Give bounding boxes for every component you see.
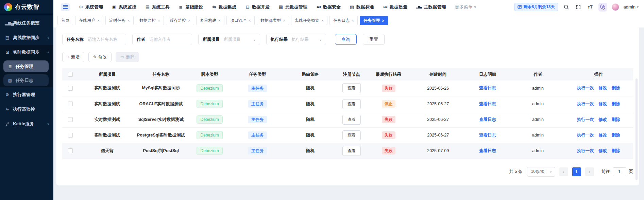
user-menu[interactable]: admin ▾	[624, 4, 639, 10]
result-filter[interactable]: 执行结果 ∨	[266, 34, 326, 45]
view-log-link[interactable]: 查看日志	[479, 86, 496, 90]
row-checkbox[interactable]	[68, 148, 73, 153]
search-button[interactable]: 查询	[335, 34, 357, 45]
run-once-link[interactable]: 执行一次	[577, 148, 594, 153]
top-nav-item[interactable]: ▦ 元数据管理	[278, 4, 307, 10]
table-scrollbar[interactable]	[635, 78, 638, 180]
search-icon[interactable]	[563, 3, 570, 11]
task-name-input[interactable]	[87, 37, 122, 42]
edit-row-link[interactable]: 修改	[598, 102, 607, 106]
table-row[interactable]: 实时数据测试 ORACLE实时数据测试 Debezium 主任务 随机 查看 停…	[62, 96, 633, 112]
tab-close-icon[interactable]: ×	[352, 19, 354, 23]
sidebar-item[interactable]: ⚙ 执行器管理	[0, 87, 53, 102]
view-log-link[interactable]: 查看日志	[479, 133, 496, 138]
page-tab[interactable]: 项目管理 ×	[226, 16, 255, 25]
row-checkbox[interactable]	[68, 86, 73, 91]
reset-button[interactable]: 重置	[363, 34, 385, 45]
table-row[interactable]: 实时数据测试 SqlServer实时数据测试 Debezium 主任务 随机 查…	[62, 112, 633, 127]
view-nodes-button[interactable]: 查看	[342, 146, 361, 156]
table-row[interactable]: 信天翁 PostSql到PostSql Debezium 主任务 随机 查看 失…	[62, 143, 633, 159]
tab-close-icon[interactable]: ×	[249, 19, 251, 23]
next-page-button[interactable]: ›	[585, 167, 594, 176]
goto-page-input[interactable]	[613, 167, 626, 176]
top-nav-item[interactable]: ▨ 数据标准	[350, 4, 374, 10]
view-nodes-button[interactable]: 查看	[342, 115, 361, 125]
prev-page-button[interactable]: ‹	[559, 167, 568, 176]
view-nodes-button[interactable]: 查看	[342, 130, 361, 140]
run-once-link[interactable]: 执行一次	[577, 102, 594, 106]
tab-close-icon[interactable]: ×	[188, 19, 190, 23]
tab-close-icon[interactable]: ×	[158, 19, 160, 23]
delete-row-link[interactable]: 删除	[612, 133, 620, 138]
page-tab[interactable]: 离线任务概览 ×	[291, 16, 327, 25]
top-nav-item[interactable]: ⚙ 系统管理	[79, 4, 103, 10]
view-log-link[interactable]: 查看日志	[479, 102, 496, 106]
project-select[interactable]	[223, 37, 251, 42]
select-all-checkbox[interactable]	[68, 72, 73, 77]
top-nav-item[interactable]: ▣ 系统监控	[112, 4, 136, 10]
top-nav-item[interactable]: ▤ 系统工具	[145, 4, 170, 10]
delete-button[interactable]: ▭ 删除	[116, 52, 139, 62]
sidebar-collapse-button[interactable]	[61, 3, 70, 11]
page-tab[interactable]: 任务管理 ×	[360, 16, 388, 25]
sidebar-item[interactable]: ⊡ 实时数据同步 ∧	[0, 45, 53, 59]
table-row[interactable]: 实时数据测试 PostgreSql实时数据测试 Debezium 主任务 随机 …	[62, 127, 633, 143]
user-avatar[interactable]	[612, 3, 619, 11]
top-nav-item[interactable]: ⇆ 数据集成	[212, 4, 236, 10]
tab-close-icon[interactable]: ×	[283, 19, 285, 23]
delete-row-link[interactable]: 删除	[612, 86, 620, 90]
page-tab[interactable]: 首页 ×	[57, 16, 73, 25]
sidebar-item[interactable]: ∿ 执行器监控	[0, 102, 53, 116]
page-tab[interactable]: 表单构建 ×	[196, 16, 224, 25]
license-badge[interactable]: 剩余8月剩余13天	[514, 3, 558, 11]
more-menu-button[interactable]: 更多菜单 ∨	[455, 4, 476, 10]
tab-close-icon[interactable]: ×	[382, 19, 384, 23]
fullscreen-icon[interactable]	[575, 3, 582, 11]
author-input[interactable]	[149, 37, 188, 42]
top-nav-item[interactable]: ▂▆▄ 主数据管理	[416, 4, 446, 10]
row-checkbox[interactable]	[68, 133, 73, 138]
view-nodes-button[interactable]: 查看	[342, 83, 361, 93]
tab-close-icon[interactable]: ×	[321, 19, 324, 23]
page-tab[interactable]: 任务日志 ×	[329, 16, 358, 25]
edit-row-link[interactable]: 修改	[598, 86, 607, 90]
text-size-icon[interactable]: тT	[587, 3, 594, 11]
tab-close-icon[interactable]: ×	[128, 19, 130, 23]
table-row[interactable]: 实时数据测试 MySql实时数据同步 Debezium 主任务 随机 查看 失败…	[62, 80, 633, 96]
page-tab[interactable]: 定时任务 ×	[105, 16, 134, 25]
page-tab[interactable]: 缓存监控 ×	[166, 16, 194, 25]
delete-row-link[interactable]: 删除	[612, 102, 620, 106]
tab-close-icon[interactable]: ×	[218, 19, 221, 23]
page-number-button[interactable]: 1	[572, 167, 581, 176]
edit-button[interactable]: ✎ 修改	[88, 52, 112, 62]
top-nav-item[interactable]: 123 数据安全	[316, 4, 341, 10]
sidebar-item[interactable]: ▂▆▄ 离线任务概览	[0, 16, 53, 30]
result-select[interactable]	[291, 37, 317, 42]
view-log-link[interactable]: 查看日志	[479, 117, 496, 122]
row-checkbox[interactable]	[68, 102, 73, 106]
add-button[interactable]: + 新增	[62, 52, 84, 62]
view-log-link[interactable]: 查看日志	[479, 148, 496, 153]
top-nav-item[interactable]: ⊟ 数据开发	[245, 4, 270, 10]
settings-gear-icon[interactable]	[598, 3, 607, 12]
sidebar-item[interactable]: ≣ 任务管理	[0, 59, 53, 73]
sidebar-item[interactable]: ▨ 任务日志	[0, 73, 53, 87]
page-size-select[interactable]: 10条/页 ∨	[527, 167, 555, 177]
sidebar-item[interactable]: ⤢ Kettle服务 ∨	[0, 116, 53, 131]
top-nav-item[interactable]: ≣ 基础建设	[179, 4, 203, 10]
tab-close-icon[interactable]: ×	[97, 19, 100, 23]
top-nav-item[interactable]: 123 数据质量	[383, 4, 407, 10]
view-nodes-button[interactable]: 查看	[342, 99, 361, 109]
row-checkbox[interactable]	[68, 117, 73, 122]
sidebar-item[interactable]: ▤ 离线数据同步 ∨	[0, 30, 53, 45]
page-tab[interactable]: 数据源类型 ×	[257, 16, 289, 25]
delete-row-link[interactable]: 删除	[612, 148, 620, 153]
page-tab[interactable]: 数据监控 ×	[136, 16, 164, 25]
run-once-link[interactable]: 执行一次	[577, 133, 594, 138]
page-tab[interactable]: 在线用户 ×	[75, 16, 103, 25]
edit-row-link[interactable]: 修改	[598, 133, 607, 138]
project-filter[interactable]: 所属项目 ∨	[198, 34, 260, 45]
edit-row-link[interactable]: 修改	[598, 117, 607, 122]
run-once-link[interactable]: 执行一次	[577, 117, 594, 122]
edit-row-link[interactable]: 修改	[598, 148, 607, 153]
